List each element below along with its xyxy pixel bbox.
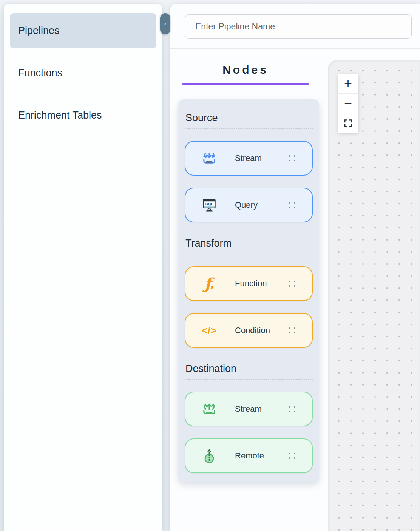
sidebar-item-label: Enrichment Tables: [18, 110, 102, 121]
section-title-transform: Transform: [185, 238, 313, 249]
zoom-out-button[interactable]: −: [338, 94, 358, 113]
canvas-zoom-controls: + −: [338, 74, 358, 133]
chevron-left-icon: ‹: [164, 20, 167, 28]
sidebar-item-pipelines[interactable]: Pipelines: [10, 13, 156, 48]
node-label: Condition: [235, 326, 289, 335]
function-fx-icon: ƒx: [201, 275, 218, 292]
stream-ingest-icon: [201, 150, 218, 167]
sidebar-collapse-button[interactable]: ‹: [160, 13, 170, 34]
svg-text:SQL: SQL: [205, 202, 213, 206]
fit-view-icon: [344, 119, 352, 128]
drag-handle-icon[interactable]: [289, 406, 295, 412]
node-transform-function[interactable]: ƒx Function: [185, 266, 313, 301]
section-divider: [185, 254, 313, 254]
left-sidebar: Pipelines Functions Enrichment Tables: [4, 4, 162, 531]
drag-handle-icon[interactable]: [289, 281, 295, 287]
node-label: Remote: [235, 451, 289, 461]
fit-view-button[interactable]: [338, 113, 358, 133]
sidebar-item-enrichment-tables[interactable]: Enrichment Tables: [10, 98, 156, 133]
remote-upload-icon: [201, 447, 218, 465]
sidebar-item-label: Pipelines: [18, 25, 60, 37]
drag-handle-icon[interactable]: [289, 155, 295, 161]
drag-handle-icon[interactable]: [289, 453, 295, 459]
node-destination-stream[interactable]: Stream: [185, 392, 313, 426]
icon-label-divider: [225, 150, 225, 167]
icon-label-divider: [225, 400, 225, 418]
icon-label-divider: [225, 322, 225, 339]
drag-handle-icon[interactable]: [289, 202, 295, 208]
header-divider: [170, 48, 420, 49]
node-transform-condition[interactable]: </> Condition: [185, 313, 313, 348]
minus-icon: −: [344, 97, 352, 110]
section-divider: [185, 379, 313, 380]
tab-active-indicator: [182, 83, 309, 85]
code-brackets-icon: </>: [201, 322, 218, 339]
node-destination-remote[interactable]: Remote: [185, 438, 313, 473]
section-divider: [185, 128, 313, 129]
node-source-stream[interactable]: Stream: [185, 141, 313, 176]
icon-label-divider: [225, 275, 225, 292]
node-label: Stream: [235, 153, 289, 163]
main-panel: Nodes Source Stream: [170, 4, 420, 531]
icon-label-divider: [225, 196, 225, 214]
section-title-source: Source: [185, 112, 313, 124]
pipeline-canvas[interactable]: + −: [328, 60, 420, 531]
icon-label-divider: [225, 447, 225, 465]
node-source-query[interactable]: SQL Query: [185, 188, 313, 222]
stream-output-icon: [201, 400, 218, 418]
sql-monitor-icon: SQL: [201, 196, 218, 214]
node-label: Function: [235, 279, 289, 289]
plus-icon: +: [344, 77, 352, 91]
nodes-palette-panel: Source Stream: [178, 99, 319, 482]
tab-nodes[interactable]: Nodes: [182, 63, 309, 76]
pipeline-name-input[interactable]: [185, 14, 412, 39]
sidebar-item-label: Functions: [18, 67, 62, 79]
zoom-in-button[interactable]: +: [338, 74, 358, 94]
sidebar-item-functions[interactable]: Functions: [10, 56, 156, 91]
drag-handle-icon[interactable]: [289, 327, 295, 333]
section-title-destination: Destination: [185, 363, 313, 375]
node-label: Query: [235, 200, 289, 210]
node-label: Stream: [235, 404, 289, 414]
